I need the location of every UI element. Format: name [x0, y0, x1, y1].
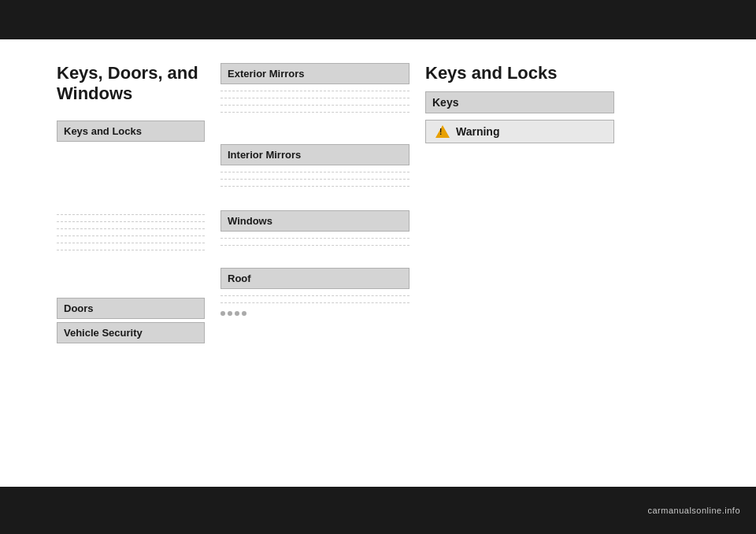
middle-spacer-1: [220, 91, 410, 113]
right-section-title: Keys and Locks: [425, 63, 614, 83]
nav-item-roof[interactable]: Roof: [220, 268, 410, 289]
middle-column: Exterior Mirrors Interior Mirrors Window…: [205, 55, 410, 487]
warning-triangle-icon: [435, 125, 450, 138]
nav-item-exterior-mirrors[interactable]: Exterior Mirrors: [220, 63, 410, 84]
right-sub-heading: Keys: [425, 91, 614, 113]
right-column: Keys and Locks Keys Warning: [410, 55, 614, 487]
left-column: Keys, Doors, and Windows Keys and Locks …: [0, 55, 205, 487]
middle-spacer-2: [220, 172, 410, 187]
left-section-title: Keys, Doors, and Windows: [57, 63, 205, 105]
watermark-text: carmanualsonline.info: [647, 506, 740, 515]
nav-item-windows[interactable]: Windows: [220, 210, 410, 232]
nav-item-interior-mirrors[interactable]: Interior Mirrors: [220, 144, 410, 165]
nav-item-keys-locks[interactable]: Keys and Locks: [57, 121, 205, 142]
page-indicator: [220, 311, 410, 316]
page-dot-3: [235, 311, 239, 316]
left-spacer-1: [57, 145, 205, 208]
bottom-bar: carmanualsonline.info: [0, 487, 756, 534]
left-content-lines: [57, 214, 205, 250]
nav-item-doors[interactable]: Doors: [57, 298, 205, 319]
page-container: Keys, Doors, and Windows Keys and Locks …: [0, 0, 756, 534]
main-content: Keys, Doors, and Windows Keys and Locks …: [0, 39, 756, 487]
page-dot-1: [220, 311, 225, 316]
page-dot-4: [242, 311, 246, 316]
warning-box: Warning: [425, 120, 614, 143]
warning-label: Warning: [456, 125, 499, 138]
page-dot-2: [228, 311, 232, 316]
middle-spacer-4: [220, 295, 410, 303]
nav-item-vehicle-security[interactable]: Vehicle Security: [57, 322, 205, 343]
middle-spacer-3: [220, 238, 410, 246]
top-bar: [0, 0, 756, 39]
